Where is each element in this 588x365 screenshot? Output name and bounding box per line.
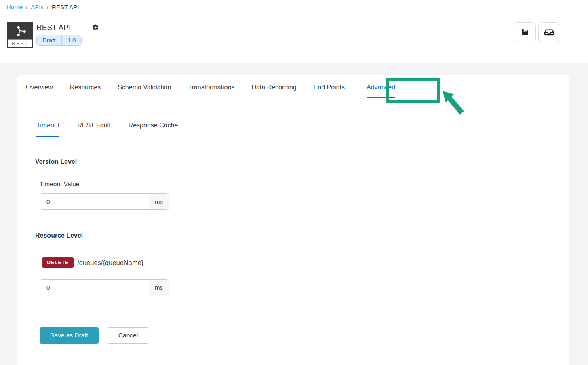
gear-icon[interactable] [92,24,99,31]
page-title: REST API [36,23,71,32]
version-timeout-input[interactable] [40,194,149,209]
save-as-draft-button[interactable]: Save as Draft [40,327,99,344]
subtab-timeout[interactable]: Timeout [27,122,68,136]
rest-api-logo: REST [7,22,33,48]
tab-schema-validation[interactable]: Schema Validation [109,75,179,100]
api-detail-card: Overview Resources Schema Validation Tra… [17,75,569,365]
timeout-panel: Version Level Timeout Value ms Resource … [17,158,569,344]
tab-resources[interactable]: Resources [61,75,109,100]
resource-timeout-input-group: ms [40,279,169,295]
delete-method-badge: DELETE [42,257,74,268]
breadcrumb-separator: / [23,4,31,11]
advanced-subtabs: Timeout REST Fault Response Cache [27,100,555,136]
share-nodes-icon [7,22,33,39]
page-header: Home / APIs / REST API REST [0,0,588,63]
main-tabbar: Overview Resources Schema Validation Tra… [17,75,569,100]
header-actions [514,22,560,43]
version-level-heading: Version Level [35,158,569,166]
status-badge: Draft [37,35,61,45]
logo-label: REST [8,39,32,47]
tab-data-recording[interactable]: Data Recording [243,75,305,100]
tab-end-points[interactable]: End Points [305,75,353,100]
resource-level-heading: Resource Level [35,232,569,239]
inbox-icon [544,27,555,39]
form-actions: Save as Draft Cancel [40,327,569,344]
resource-method-row: DELETE /queues/{queueName} [42,257,569,268]
api-header: REST REST API Draft 1.0 [7,22,99,48]
tab-advanced[interactable]: Advanced [358,75,404,100]
breadcrumb-home[interactable]: Home [6,4,23,11]
timeout-value-label: Timeout Value [40,180,569,188]
footer-divider [40,308,555,308]
breadcrumb-separator: / [44,4,52,11]
api-status-badge: Draft 1.0 [36,35,82,46]
resource-timeout-input[interactable] [40,280,149,295]
tab-overview[interactable]: Overview [17,75,61,100]
breadcrumb-apis[interactable]: APIs [31,4,44,11]
analytics-button[interactable] [514,22,536,43]
inbox-button[interactable] [538,22,560,43]
page-body: Overview Resources Schema Validation Tra… [0,63,588,365]
subtab-rest-fault[interactable]: REST Fault [68,122,119,136]
version-timeout-input-group: ms [40,193,169,210]
resource-path: /queues/{queueName} [77,259,143,267]
cancel-button[interactable]: Cancel [107,327,149,344]
breadcrumb-current: REST API [52,4,79,11]
version-badge: 1.0 [61,35,82,45]
subtab-response-cache[interactable]: Response Cache [120,122,187,136]
tab-transformations[interactable]: Transformations [179,75,243,100]
resource-timeout-unit: ms [149,280,169,295]
breadcrumb: Home / APIs / REST API [6,4,79,11]
analytics-factory-icon [520,27,531,39]
version-timeout-unit: ms [149,194,169,209]
